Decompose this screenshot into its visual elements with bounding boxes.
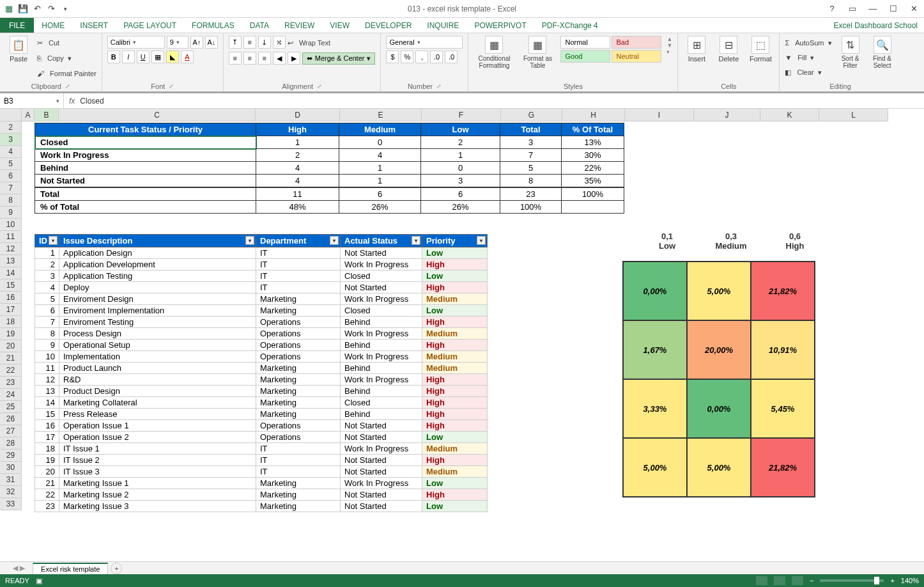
issue-cell[interactable]: Application Design (59, 247, 256, 259)
issue-cell[interactable]: 6 (35, 305, 59, 317)
dialog-launcher-icon[interactable]: ⤢ (65, 83, 70, 90)
row-header-11[interactable]: 11 (0, 231, 21, 243)
issue-header[interactable]: Priority▾ (422, 235, 488, 247)
issue-cell[interactable]: IT (256, 270, 341, 282)
issue-cell[interactable]: Marketing (256, 294, 341, 305)
issue-cell[interactable]: Marketing (256, 374, 341, 386)
number-format-combo[interactable]: General (386, 36, 463, 49)
issue-cell[interactable]: IT (256, 466, 341, 478)
row-header-20[interactable]: 20 (0, 340, 21, 352)
tab-developer[interactable]: DEVELOPER (357, 18, 419, 33)
issue-cell[interactable]: 22 (35, 489, 59, 501)
issue-cell[interactable]: 16 (35, 420, 59, 432)
issue-cell[interactable]: 15 (35, 409, 59, 420)
tab-formulas[interactable]: FORMULAS (184, 18, 242, 33)
sheet-nav[interactable]: ◀ ▶ (13, 564, 30, 572)
issue-cell[interactable]: High (422, 397, 488, 409)
row-header-9[interactable]: 9 (0, 207, 21, 219)
row-header-3[interactable]: 3 (0, 134, 21, 146)
issue-cell[interactable]: Enviroment Implementation (59, 305, 256, 317)
issue-cell[interactable]: Behind (341, 340, 422, 351)
row-header-6[interactable]: 6 (0, 170, 21, 182)
row-header-18[interactable]: 18 (0, 316, 21, 328)
summary-cell[interactable]: 30% (562, 149, 624, 162)
issue-cell[interactable]: IT (256, 259, 341, 270)
paste-button[interactable]: 📋 Paste (5, 36, 32, 63)
font-color-button[interactable]: A (181, 51, 194, 63)
tab-home[interactable]: HOME (34, 18, 72, 33)
orientation-icon[interactable]: ⤭ (273, 36, 286, 49)
align-right-icon[interactable]: ≡ (258, 52, 271, 65)
row-header-8[interactable]: 8 (0, 194, 21, 207)
issue-cell[interactable]: Marketing (256, 501, 341, 512)
issue-cell[interactable]: Press Release (59, 409, 256, 420)
summary-cell[interactable]: 6 (339, 187, 421, 201)
undo-icon[interactable]: ↶ (32, 4, 42, 14)
summary-cell[interactable]: 1 (256, 136, 339, 149)
issue-cell[interactable]: Low (422, 305, 488, 317)
issue-cell[interactable]: R&D (59, 374, 256, 386)
issue-cell[interactable]: Behind (341, 317, 422, 328)
indent-inc-icon[interactable]: ▶ (288, 52, 300, 65)
styles-scroll[interactable]: ▲▼▾ (666, 36, 672, 55)
conditional-formatting-button[interactable]: ▦ Conditional Formatting (474, 36, 514, 69)
increase-font-icon[interactable]: A↑ (190, 36, 203, 49)
issue-cell[interactable]: 4 (35, 282, 59, 294)
issue-cell[interactable]: Deploy (59, 282, 256, 294)
tab-page-layout[interactable]: PAGE LAYOUT (116, 18, 184, 33)
issue-cell[interactable]: Marketing (256, 489, 341, 501)
ribbon-display-icon[interactable]: ▭ (846, 4, 859, 14)
issue-cell[interactable]: Low (422, 432, 488, 443)
format-cells-button[interactable]: ⬚Format (747, 36, 774, 63)
maximize-icon[interactable]: ☐ (887, 4, 900, 14)
align-center-icon[interactable]: ≡ (243, 52, 256, 65)
issue-cell[interactable]: Work In Progress (341, 443, 422, 455)
issue-cell[interactable]: Closed (341, 305, 422, 317)
issue-cell[interactable]: IT (256, 443, 341, 455)
row-header-17[interactable]: 17 (0, 304, 21, 316)
tab-data[interactable]: DATA (242, 18, 277, 33)
col-header-D[interactable]: D (256, 109, 340, 121)
issue-cell[interactable]: Application Development (59, 259, 256, 270)
summary-cell[interactable]: Work In Progress (35, 149, 256, 162)
row-header-12[interactable]: 12 (0, 243, 21, 255)
issue-cell[interactable]: Implementation (59, 351, 256, 363)
summary-cell[interactable]: 23 (500, 187, 562, 201)
tab-inquire[interactable]: INQUIRE (419, 18, 466, 33)
issue-cell[interactable]: Operation Issue 1 (59, 420, 256, 432)
find-select-button[interactable]: 🔍Find & Select (869, 36, 896, 69)
issue-cell[interactable]: 5 (35, 294, 59, 305)
col-header-K[interactable]: K (760, 109, 819, 121)
heatmap-cell[interactable]: 3,33% (623, 379, 687, 438)
issue-cell[interactable]: 12 (35, 374, 59, 386)
border-button[interactable]: ▦ (151, 51, 164, 63)
formula-input[interactable]: Closed (80, 97, 104, 106)
issue-cell[interactable]: Product Launch (59, 363, 256, 374)
issue-cell[interactable]: Work In Progress (341, 374, 422, 386)
name-box[interactable]: B3 (0, 93, 64, 108)
issue-cell[interactable]: Low (422, 270, 488, 282)
col-header-F[interactable]: F (422, 109, 501, 121)
issue-cell[interactable]: 17 (35, 432, 59, 443)
align-middle-icon[interactable]: ≡ (243, 36, 256, 49)
filter-icon[interactable]: ▾ (477, 236, 486, 245)
summary-cell[interactable]: % of Total (35, 201, 256, 214)
filter-icon[interactable]: ▾ (49, 236, 58, 245)
row-header-5[interactable]: 5 (0, 158, 21, 170)
summary-cell[interactable]: 26% (339, 201, 421, 214)
row-header-4[interactable]: 4 (0, 146, 21, 158)
issue-cell[interactable]: 7 (35, 317, 59, 328)
heatmap-cell[interactable]: 20,00% (687, 320, 751, 379)
summary-cell[interactable]: Closed (35, 136, 256, 149)
issue-cell[interactable]: Not Started (341, 455, 422, 466)
issue-cell[interactable]: Medium (422, 294, 488, 305)
issue-cell[interactable]: High (422, 374, 488, 386)
row-header-31[interactable]: 31 (0, 474, 21, 486)
tab-view[interactable]: VIEW (322, 18, 357, 33)
issue-cell[interactable]: Not Started (341, 489, 422, 501)
issue-cell[interactable]: Work In Progress (341, 294, 422, 305)
issue-cell[interactable]: Not Started (341, 282, 422, 294)
issue-cell[interactable]: Work In Progress (341, 328, 422, 340)
macro-record-icon[interactable]: ▣ (36, 577, 42, 585)
sheet-tab-active[interactable]: Excel risk template (33, 563, 108, 574)
